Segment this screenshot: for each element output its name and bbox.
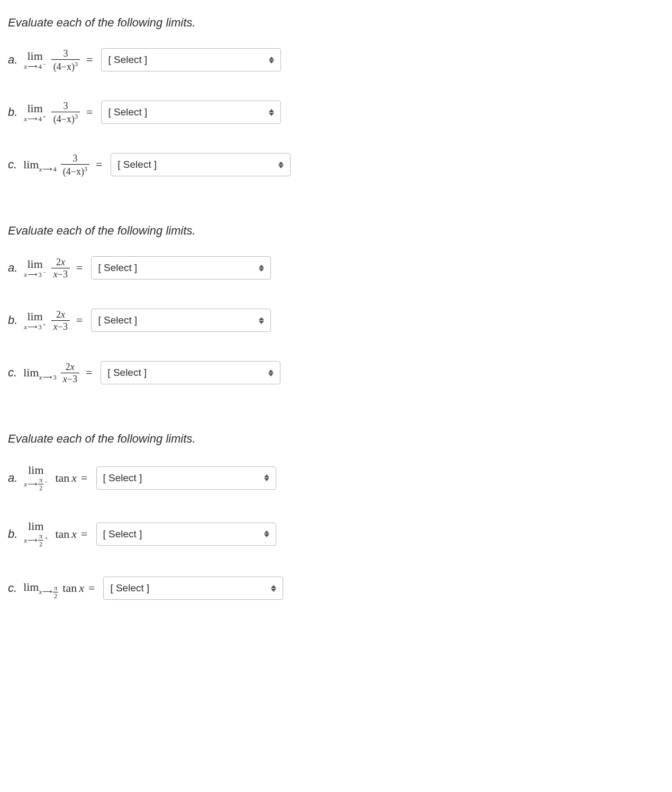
limit-notation: lim x ⟶ 3 +: [24, 311, 46, 330]
fraction: 2x x−3: [51, 310, 70, 331]
answer-select-2c[interactable]: [ Select ]: [101, 361, 280, 384]
chevron-updown-icon: [278, 161, 284, 168]
question-3b: b. lim x ⟶ π 2 + tan x = [ Select ]: [8, 520, 664, 547]
part-label: a.: [8, 471, 17, 485]
limit-notation: lim x ⟶ 4 +: [24, 103, 46, 122]
math-expression: lim x ⟶ 3 2x x−3 =: [23, 362, 96, 384]
math-expression: lim x ⟶ π 2 tan x =: [23, 580, 99, 596]
limit-notation: lim x ⟶ π 2 −: [24, 464, 48, 491]
question-section-2: Evaluate each of the following limits. a…: [8, 224, 664, 384]
math-expression: lim x ⟶ π 2 − tan x =: [24, 464, 92, 491]
part-label: c.: [8, 366, 17, 380]
fraction: 3 (4−x)3: [51, 101, 80, 124]
part-label: a.: [8, 53, 17, 67]
fraction: 2x x−3: [61, 362, 79, 384]
question-section-1: Evaluate each of the following limits. a…: [8, 16, 664, 176]
part-label: a.: [8, 261, 17, 275]
answer-select-1a[interactable]: [ Select ]: [101, 48, 281, 71]
chevron-updown-icon: [269, 109, 274, 116]
question-2c: c. lim x ⟶ 3 2x x−3 = [ Select ]: [8, 361, 664, 384]
chevron-updown-icon: [269, 57, 274, 64]
answer-select-3b[interactable]: [ Select ]: [96, 523, 276, 546]
math-expression: lim x ⟶ 3 + 2x x−3 =: [24, 310, 87, 331]
question-3c: c. lim x ⟶ π 2 tan x = [ Select ]: [8, 577, 664, 600]
math-expression: lim x ⟶ π 2 + tan x =: [24, 520, 92, 547]
fraction: 3 (4−x)3: [51, 49, 80, 71]
math-expression: lim x ⟶ 4 3 (4−x)3 =: [23, 154, 106, 176]
section-title: Evaluate each of the following limits.: [8, 16, 664, 30]
part-label: b.: [8, 313, 17, 327]
question-section-3: Evaluate each of the following limits. a…: [8, 432, 664, 600]
part-label: c.: [8, 581, 17, 595]
question-1a: a. lim x ⟶ 4 − 3 (4−x)3 = [ Select ]: [8, 48, 664, 71]
question-1c: c. lim x ⟶ 4 3 (4−x)3 = [ Select ]: [8, 153, 664, 176]
fraction: 3 (4−x)3: [61, 154, 89, 176]
answer-select-3c[interactable]: [ Select ]: [103, 577, 283, 600]
part-label: c.: [8, 158, 17, 172]
section-title: Evaluate each of the following limits.: [8, 432, 664, 446]
answer-select-1b[interactable]: [ Select ]: [101, 101, 281, 124]
section-title: Evaluate each of the following limits.: [8, 224, 664, 238]
chevron-updown-icon: [268, 370, 274, 376]
answer-select-2b[interactable]: [ Select ]: [91, 309, 271, 332]
limit-notation: lim x ⟶ π 2 +: [24, 520, 48, 547]
answer-select-1c[interactable]: [ Select ]: [111, 153, 290, 176]
chevron-updown-icon: [264, 474, 269, 481]
math-expression: lim x ⟶ 4 + 3 (4−x)3 =: [24, 101, 97, 124]
chevron-updown-icon: [259, 265, 264, 272]
math-expression: lim x ⟶ 4 − 3 (4−x)3 =: [24, 49, 97, 71]
question-3a: a. lim x ⟶ π 2 − tan x = [ Select ]: [8, 464, 664, 491]
answer-select-2a[interactable]: [ Select ]: [91, 256, 271, 280]
part-label: b.: [8, 105, 17, 119]
math-expression: lim x ⟶ 3 − 2x x−3 =: [24, 257, 87, 279]
answer-select-3a[interactable]: [ Select ]: [96, 466, 276, 490]
limit-notation: lim x ⟶ 3 −: [24, 258, 46, 278]
chevron-updown-icon: [259, 317, 264, 324]
question-2b: b. lim x ⟶ 3 + 2x x−3 = [ Select ]: [8, 309, 664, 332]
question-1b: b. lim x ⟶ 4 + 3 (4−x)3 = [ Select ]: [8, 101, 664, 124]
question-2a: a. lim x ⟶ 3 − 2x x−3 = [ Select ]: [8, 256, 664, 280]
fraction: 2x x−3: [51, 257, 70, 279]
part-label: b.: [8, 527, 17, 541]
chevron-updown-icon: [264, 530, 269, 537]
chevron-updown-icon: [271, 585, 276, 592]
limit-notation: lim x ⟶ 4 −: [24, 50, 46, 70]
